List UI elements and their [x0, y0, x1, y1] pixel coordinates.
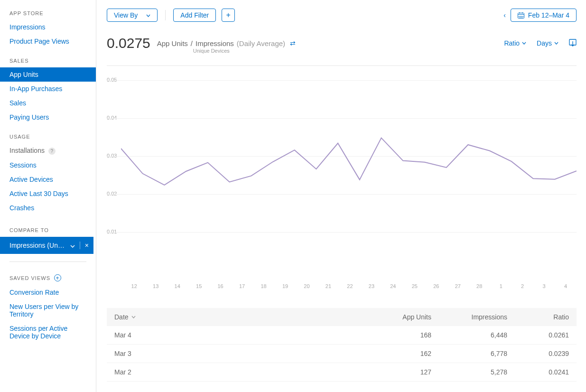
x-tick-label: 22: [339, 283, 361, 289]
metric-sep: /: [191, 39, 193, 47]
sidebar-item-active-devices[interactable]: Active Devices: [0, 172, 96, 187]
col-header-units[interactable]: App Units: [355, 313, 431, 321]
sidebar-section-saved-views: SAVED VIEWS + Conversion Rate New Users …: [0, 270, 96, 343]
sidebar-section-sales: SALES App Units In-App Purchases Sales P…: [0, 53, 96, 124]
clear-compare-button[interactable]: ×: [80, 242, 89, 249]
table-row: Mar 21275,2780.0241: [107, 363, 577, 382]
x-tick-label: 27: [447, 283, 468, 289]
x-tick-label: 16: [210, 283, 231, 289]
compare-selected-label: Impressions (Unique…: [9, 242, 65, 249]
metric-sub: Unique Devices: [193, 48, 230, 54]
sidebar-item-product-page-views[interactable]: Product Page Views: [0, 34, 96, 48]
col-date-label: Date: [114, 313, 129, 321]
x-tick-label: 3: [533, 283, 555, 289]
x-tick-label: 23: [361, 283, 382, 289]
table-row: Mar 31626,7780.0239: [107, 345, 577, 363]
x-tick-label: 4: [555, 283, 576, 289]
help-icon[interactable]: ?: [48, 148, 56, 155]
main-content: View By Add Filter + ‹ Feb 12–Mar 4: [96, 0, 586, 392]
section-title-saved-views: SAVED VIEWS +: [0, 270, 96, 285]
sidebar: APP STORE Impressions Product Page Views…: [0, 0, 96, 392]
section-title-appstore: APP STORE: [0, 6, 96, 20]
topbar: View By Add Filter + ‹ Feb 12–Mar 4: [107, 9, 577, 22]
chevron-down-icon: [70, 242, 75, 249]
data-table: Date App Units Impressions Ratio Mar 416…: [107, 308, 577, 382]
cell-date: Mar 3: [114, 350, 355, 357]
cell-ratio: 0.0261: [507, 331, 569, 339]
chevron-down-icon: [522, 42, 526, 45]
ratio-label: Ratio: [504, 39, 520, 47]
table-row: Mar 41686,4480.0261: [107, 326, 577, 345]
sidebar-item-sessions[interactable]: Sessions: [0, 158, 96, 172]
cell-date: Mar 4: [114, 331, 355, 339]
days-select[interactable]: Days: [537, 39, 558, 47]
x-tick-label: 17: [231, 283, 252, 289]
col-header-ratio[interactable]: Ratio: [507, 313, 569, 321]
sidebar-item-impressions[interactable]: Impressions: [0, 20, 96, 34]
sidebar-item-label: Installations: [9, 147, 45, 154]
add-filter-plus-button[interactable]: +: [222, 9, 235, 22]
add-saved-view-button[interactable]: +: [54, 274, 61, 281]
view-by-label: View By: [114, 11, 138, 19]
x-tick-label: 13: [145, 283, 166, 289]
section-title-compare: COMPARE TO: [0, 223, 96, 237]
days-label: Days: [537, 39, 552, 47]
swap-metrics-button[interactable]: ⇄: [290, 39, 296, 47]
ratio-select[interactable]: Ratio: [504, 39, 526, 47]
view-by-button[interactable]: View By: [107, 9, 158, 22]
chart-series-line: [121, 138, 577, 185]
sidebar-item-sales[interactable]: Sales: [0, 96, 96, 110]
compare-select[interactable]: Impressions (Unique… ×: [0, 237, 93, 254]
chart: 0.010.020.030.040.05 1213141516171819202…: [107, 71, 577, 289]
sidebar-item-paying-users[interactable]: Paying Users: [0, 110, 96, 124]
chevron-down-icon: [146, 13, 150, 18]
x-tick-label: 15: [188, 283, 209, 289]
metric-label: App Units / Impressions (Daily Average) …: [157, 39, 285, 47]
sidebar-item-crashes[interactable]: Crashes: [0, 201, 96, 215]
sidebar-section-compare: COMPARE TO Impressions (Unique… ×: [0, 223, 96, 254]
sidebar-item-installations[interactable]: Installations ?: [0, 143, 96, 158]
col-header-impressions[interactable]: Impressions: [431, 313, 507, 321]
saved-view-sessions-per-device[interactable]: Sessions per Active Device by Device: [0, 321, 96, 343]
metric-b: Impressions: [195, 39, 234, 47]
chart-line: [121, 80, 577, 270]
divider: [165, 10, 166, 20]
date-navigation: ‹ Feb 12–Mar 4: [503, 9, 577, 22]
download-icon: [569, 39, 577, 47]
x-tick-label: 19: [274, 283, 296, 289]
saved-view-conversion-rate[interactable]: Conversion Rate: [0, 285, 96, 299]
date-prev-button[interactable]: ‹: [503, 11, 506, 19]
download-button[interactable]: [569, 39, 577, 47]
sidebar-item-in-app-purchases[interactable]: In-App Purchases: [0, 82, 96, 96]
cell-ratio: 0.0239: [507, 350, 569, 357]
metric-a: App Units: [157, 39, 188, 47]
x-tick-label: 21: [317, 283, 339, 289]
saved-view-new-users[interactable]: New Users per View by Territory: [0, 299, 96, 321]
cell-date: Mar 2: [114, 368, 355, 376]
add-filter-button[interactable]: Add Filter: [173, 9, 216, 22]
chevron-down-icon: [131, 316, 136, 318]
section-title-usage: USAGE: [0, 129, 96, 143]
metric-header: 0.0275 App Units / Impressions (Daily Av…: [107, 35, 577, 66]
calendar-icon: [518, 12, 524, 19]
x-tick-label: 1: [490, 283, 512, 289]
divider: [9, 261, 86, 262]
sidebar-item-active-last-30[interactable]: Active Last 30 Days: [0, 187, 96, 201]
date-range-button[interactable]: Feb 12–Mar 4: [511, 9, 577, 22]
x-tick-label: 24: [382, 283, 404, 289]
col-header-date[interactable]: Date: [114, 313, 355, 321]
cell-units: 127: [355, 368, 431, 376]
metric-value: 0.0275: [107, 35, 150, 51]
plus-icon: +: [226, 11, 231, 19]
svg-rect-0: [518, 13, 524, 18]
cell-units: 162: [355, 350, 431, 357]
x-tick-label: 25: [404, 283, 425, 289]
x-tick-label: 18: [253, 283, 274, 289]
chevron-down-icon: [554, 42, 558, 45]
sidebar-section-appstore: APP STORE Impressions Product Page Views: [0, 6, 96, 48]
x-tick-label: 12: [123, 283, 145, 289]
table-header-row: Date App Units Impressions Ratio: [107, 308, 577, 326]
x-tick-label: 20: [296, 283, 317, 289]
section-title-sales: SALES: [0, 53, 96, 67]
sidebar-item-app-units[interactable]: App Units: [0, 67, 96, 82]
